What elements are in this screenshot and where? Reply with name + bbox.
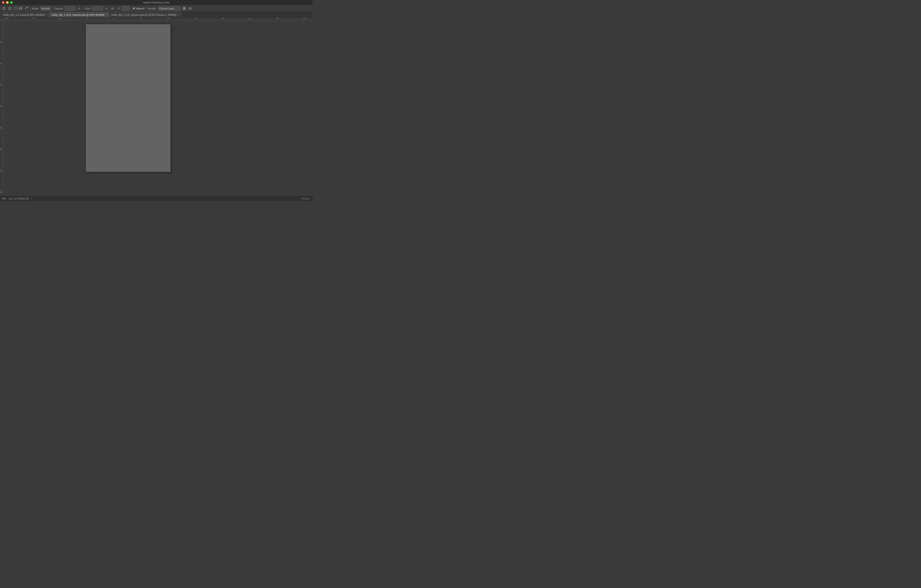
horizontal-ruler-svg: -100-75-50-250255075100125150175 [3, 17, 312, 21]
minimize-button[interactable] [6, 1, 9, 4]
tool-options-icon[interactable] [7, 6, 12, 11]
app: Adobe Photoshop 2020 41 [0, 0, 312, 201]
svg-text:175: 175 [303, 18, 306, 19]
separator-1 [30, 6, 31, 11]
aligned-checkbox[interactable] [133, 7, 135, 10]
workspace: 255075100125150175200 [0, 21, 312, 196]
mode-select[interactable]: Normal Multiply Screen [40, 6, 51, 11]
close-button[interactable] [2, 1, 5, 4]
canvas-area[interactable] [3, 21, 312, 196]
opacity-label: Opacity: [54, 7, 63, 10]
svg-rect-9 [183, 7, 184, 8]
sample-all-icon[interactable] [182, 6, 187, 11]
svg-text:175: 175 [0, 169, 2, 172]
aligned-checkbox-label[interactable]: Aligned [133, 7, 145, 10]
horizontal-ruler: -100-75-50-250255075100125150175 [3, 17, 312, 21]
svg-rect-6 [111, 8, 113, 9]
airbrush-icon[interactable] [110, 6, 115, 11]
svg-text:75: 75 [0, 84, 2, 86]
svg-text:125: 125 [249, 18, 252, 19]
svg-text:100: 100 [0, 105, 2, 108]
separator-6 [146, 6, 146, 11]
tab-0-label: xinlily_Bis_1.5.4.psd @ 50% (RGB/8) [3, 13, 45, 16]
status-zoom: 50% [2, 197, 7, 200]
timeline-label[interactable]: Timeline [299, 197, 311, 201]
sample-label: Sample: [147, 7, 156, 10]
svg-text:125: 125 [0, 127, 2, 129]
opacity-input[interactable]: 100% [65, 6, 76, 11]
tab-0-close[interactable]: × [46, 14, 47, 16]
tab-2-close[interactable]: × [177, 14, 179, 16]
svg-line-3 [10, 8, 10, 9]
svg-text:25: 25 [0, 41, 2, 43]
svg-text:0: 0 [113, 18, 114, 19]
svg-text:150: 150 [276, 18, 279, 19]
angle-input[interactable]: 0° [122, 6, 130, 11]
brush-style-icon[interactable] [24, 6, 29, 11]
maximize-button[interactable] [10, 1, 13, 4]
tab-1-close[interactable]: × [106, 14, 107, 16]
title-bar: Adobe Photoshop 2020 [0, 0, 312, 5]
svg-text:50: 50 [0, 63, 2, 65]
svg-rect-11 [183, 9, 184, 10]
status-doc: Doc: 23.7M/106.1M [9, 197, 29, 200]
svg-text:100: 100 [222, 18, 225, 19]
svg-rect-10 [184, 7, 186, 8]
tab-2[interactable]: xinlily_Bis_1.5.5_retouch.psd @ 33.3% (C… [109, 12, 181, 17]
svg-text:-100: -100 [5, 18, 8, 19]
tab-0[interactable]: xinlily_Bis_1.5.4.psd @ 50% (RGB/8) × [1, 12, 49, 17]
svg-text:-50: -50 [59, 18, 61, 19]
brush-size-badge: 41 [18, 6, 23, 10]
svg-text:75: 75 [195, 18, 197, 19]
svg-text:25: 25 [140, 18, 142, 19]
svg-rect-12 [184, 9, 186, 10]
svg-point-4 [15, 7, 17, 10]
brush-size-container: 41 [13, 6, 23, 11]
vertical-ruler: 255075100125150175200 [0, 21, 3, 196]
tab-1[interactable]: xinlily_Bis_1.10.9_retouch.psd @ 50% (RG… [49, 12, 109, 17]
flow-pressure-icon[interactable] [104, 6, 109, 11]
heal-icon[interactable] [188, 6, 193, 11]
sample-select[interactable]: Current Layer All Layers Current & Below [158, 6, 181, 11]
flow-input[interactable]: 100% [92, 6, 103, 11]
tabs-bar: xinlily_Bis_1.5.4.psd @ 50% (RGB/8) × xi… [0, 12, 312, 17]
aligned-label-text: Aligned [136, 7, 145, 10]
brush-picker-icon[interactable] [13, 6, 18, 11]
opacity-pressure-icon[interactable] [76, 6, 82, 11]
separator-3 [83, 6, 83, 11]
status-arrow[interactable]: › [31, 197, 32, 200]
brush-tool-icon[interactable] [2, 6, 7, 11]
status-bar: 50% Doc: 23.7M/106.1M › Timeline [0, 196, 312, 201]
angle-label: ∠ [118, 7, 120, 10]
svg-point-5 [27, 7, 28, 8]
svg-text:-75: -75 [32, 18, 34, 19]
tab-2-label: xinlily_Bis_1.5.5_retouch.psd @ 33.3% (C… [111, 13, 176, 16]
vertical-ruler-svg: 255075100125150175200 [0, 21, 3, 196]
svg-text:150: 150 [0, 148, 2, 151]
toolbar: 41 Mode: Normal Multiply Screen Opacity:… [0, 5, 312, 12]
mode-label: Mode: [32, 7, 39, 10]
flow-label: Flow: [85, 7, 91, 10]
canvas-document [86, 24, 171, 172]
app-title: Adobe Photoshop 2020 [143, 1, 169, 4]
window-controls [2, 1, 13, 4]
svg-text:50: 50 [168, 18, 169, 19]
tab-1-label: xinlily_Bis_1.10.9_retouch.psd @ 50% (RG… [52, 13, 104, 16]
content-area: -100-75-50-250255075100125150175 2550751… [0, 17, 312, 196]
svg-text:-25: -25 [86, 18, 89, 19]
ruler-corner [0, 17, 3, 21]
svg-text:200: 200 [0, 191, 2, 193]
separator-4 [116, 6, 117, 11]
ruler-row: -100-75-50-250255075100125150175 [0, 17, 312, 21]
